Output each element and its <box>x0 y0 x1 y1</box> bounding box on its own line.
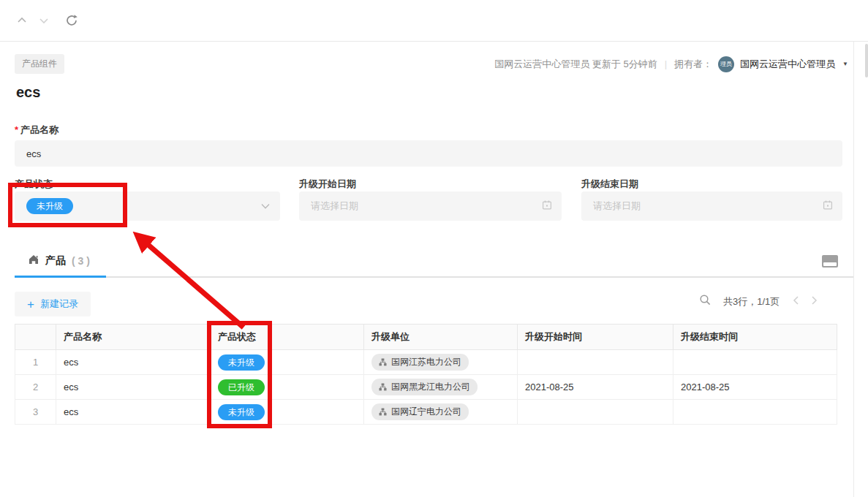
owner-avatar[interactable]: 理员 <box>718 56 734 72</box>
cell-name: ecs <box>56 375 211 400</box>
chevron-down-icon <box>261 201 270 212</box>
upgrade-start-date-label: 升级开始日期 <box>299 178 356 191</box>
org-icon <box>379 408 387 416</box>
table-row[interactable]: 2 ecs 已升级 国网黑龙江电力公司 2021-08-25 2021-08-2… <box>15 375 837 400</box>
org-icon <box>379 383 387 391</box>
record-header: 产品组件 国网云运营中心管理员 更新于 5分钟前 | 拥有者： 理员 国网云运营… <box>15 54 848 74</box>
cell-unit: 国网辽宁电力公司 <box>364 400 518 425</box>
cell-start-time: 2021-08-25 <box>518 375 673 400</box>
product-name-input[interactable]: ecs <box>15 140 842 167</box>
product-status-select[interactable]: 未升级 <box>15 191 280 221</box>
table-row[interactable]: 3 ecs 未升级 国网辽宁电力公司 <box>15 400 837 425</box>
upgrade-end-date-label: 升级结束日期 <box>581 178 638 191</box>
pagination-summary: 共3行，1/1页 <box>723 295 780 308</box>
next-page-icon[interactable] <box>809 295 819 308</box>
browser-toolbar <box>0 0 868 42</box>
cell-name: ecs <box>56 350 211 375</box>
owner-dropdown-caret-icon[interactable]: ▼ <box>842 61 848 67</box>
status-pill: 未升级 <box>218 404 265 420</box>
tab-products[interactable]: 产品 ( 3 ) <box>28 254 90 268</box>
status-pill: 未升级 <box>218 354 265 371</box>
calendar-icon <box>542 200 552 213</box>
cell-end-time <box>673 400 837 425</box>
meta-divider: | <box>663 58 668 69</box>
product-name-label: *产品名称 <box>15 124 59 137</box>
layout-toggle-icon[interactable] <box>822 255 838 268</box>
calendar-icon <box>823 200 833 213</box>
cell-end-time: 2021-08-25 <box>673 375 837 400</box>
cell-unit: 国网江苏电力公司 <box>364 350 518 375</box>
home-icon <box>28 254 39 268</box>
tab-label: 产品 <box>45 254 66 268</box>
cell-start-time <box>518 400 673 425</box>
owner-label: 拥有者： <box>674 58 712 71</box>
upgrade-start-date-input[interactable]: 请选择日期 <box>299 191 562 221</box>
cell-status: 已升级 <box>211 375 364 400</box>
table-header-row: 产品名称 产品状态 升级单位 升级开始时间 升级结束时间 <box>15 325 837 350</box>
search-icon[interactable] <box>699 294 712 309</box>
scrollbar-thumb[interactable] <box>865 44 868 77</box>
chevron-up-icon[interactable] <box>15 13 29 28</box>
required-mark: * <box>15 124 18 135</box>
cell-unit: 国网黑龙江电力公司 <box>364 375 518 400</box>
cell-end-time <box>673 350 837 375</box>
active-tab-indicator <box>15 276 106 278</box>
new-record-button[interactable]: + 新建记录 <box>15 292 91 316</box>
org-icon <box>379 358 387 366</box>
page-title: ecs <box>16 84 40 101</box>
col-start-time: 升级开始时间 <box>518 325 673 350</box>
col-end-time: 升级结束时间 <box>673 325 837 350</box>
col-index <box>15 325 56 350</box>
cell-start-time <box>518 350 673 375</box>
annotation-arrow <box>139 237 244 327</box>
status-pill: 已升级 <box>218 379 265 395</box>
tab-divider <box>106 276 853 278</box>
cell-name: ecs <box>56 400 211 425</box>
record-meta: 国网云运营中心管理员 更新于 5分钟前 | 拥有者： 理员 国网云运营中心管理员… <box>494 56 848 72</box>
panel-edge-divider <box>853 42 854 497</box>
products-table: 产品名称 产品状态 升级单位 升级开始时间 升级结束时间 1 ecs 未升级 国… <box>15 324 837 425</box>
plus-icon: + <box>27 298 34 311</box>
col-product-status: 产品状态 <box>211 325 364 350</box>
table-pagination: 共3行，1/1页 <box>699 294 819 309</box>
status-pill: 未升级 <box>26 198 73 214</box>
tab-count: ( 3 ) <box>72 255 90 267</box>
col-upgrade-unit: 升级单位 <box>364 325 518 350</box>
record-type-badge: 产品组件 <box>15 54 64 74</box>
updated-text: 国网云运营中心管理员 更新于 5分钟前 <box>494 58 657 71</box>
refresh-icon[interactable] <box>64 13 79 28</box>
owner-name[interactable]: 国网云运营中心管理员 <box>740 58 835 71</box>
prev-page-icon[interactable] <box>791 295 801 308</box>
cell-status: 未升级 <box>211 400 364 425</box>
chevron-down-icon[interactable] <box>37 13 51 28</box>
col-product-name: 产品名称 <box>56 325 211 350</box>
product-status-label: 产品状态 <box>15 178 53 191</box>
upgrade-end-date-input[interactable]: 请选择日期 <box>581 191 842 221</box>
table-row[interactable]: 1 ecs 未升级 国网江苏电力公司 <box>15 350 837 375</box>
cell-status: 未升级 <box>211 350 364 375</box>
